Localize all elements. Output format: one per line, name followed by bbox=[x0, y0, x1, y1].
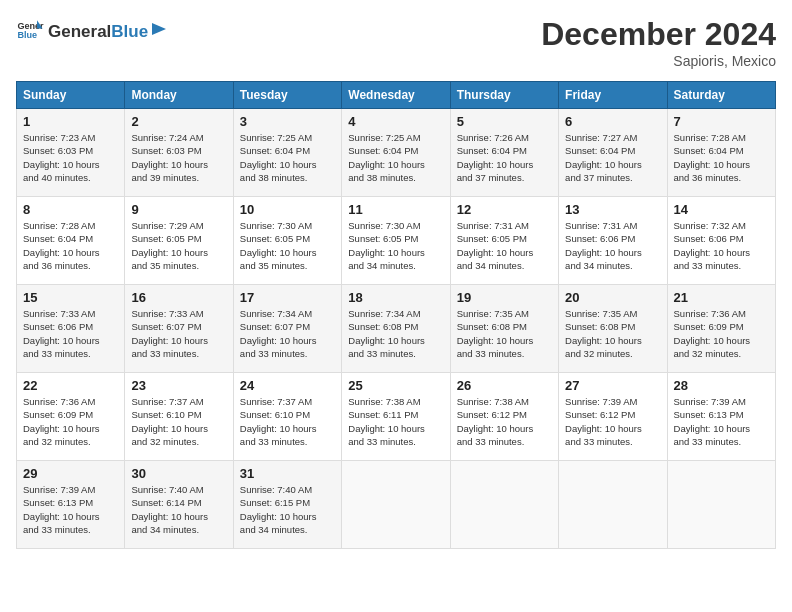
day-number: 2 bbox=[131, 114, 226, 129]
title-area: December 2024 Sapioris, Mexico bbox=[541, 16, 776, 69]
day-cell-29: 29Sunrise: 7:39 AMSunset: 6:13 PMDayligh… bbox=[17, 461, 125, 549]
day-cell-14: 14Sunrise: 7:32 AMSunset: 6:06 PMDayligh… bbox=[667, 197, 775, 285]
calendar-week-0: 1Sunrise: 7:23 AMSunset: 6:03 PMDaylight… bbox=[17, 109, 776, 197]
weekday-header-friday: Friday bbox=[559, 82, 667, 109]
day-number: 9 bbox=[131, 202, 226, 217]
day-number: 1 bbox=[23, 114, 118, 129]
day-number: 3 bbox=[240, 114, 335, 129]
day-info: Sunrise: 7:28 AMSunset: 6:04 PMDaylight:… bbox=[23, 219, 118, 272]
day-info: Sunrise: 7:34 AMSunset: 6:07 PMDaylight:… bbox=[240, 307, 335, 360]
weekday-header-saturday: Saturday bbox=[667, 82, 775, 109]
svg-marker-3 bbox=[152, 23, 166, 35]
logo: General Blue GeneralBlue bbox=[16, 16, 168, 44]
day-number: 25 bbox=[348, 378, 443, 393]
page-header: General Blue GeneralBlue December 2024 S… bbox=[16, 16, 776, 69]
day-number: 21 bbox=[674, 290, 769, 305]
day-cell-27: 27Sunrise: 7:39 AMSunset: 6:12 PMDayligh… bbox=[559, 373, 667, 461]
day-info: Sunrise: 7:40 AMSunset: 6:15 PMDaylight:… bbox=[240, 483, 335, 536]
day-number: 14 bbox=[674, 202, 769, 217]
day-info: Sunrise: 7:23 AMSunset: 6:03 PMDaylight:… bbox=[23, 131, 118, 184]
day-info: Sunrise: 7:29 AMSunset: 6:05 PMDaylight:… bbox=[131, 219, 226, 272]
day-cell-10: 10Sunrise: 7:30 AMSunset: 6:05 PMDayligh… bbox=[233, 197, 341, 285]
day-cell-30: 30Sunrise: 7:40 AMSunset: 6:14 PMDayligh… bbox=[125, 461, 233, 549]
day-number: 23 bbox=[131, 378, 226, 393]
day-cell-3: 3Sunrise: 7:25 AMSunset: 6:04 PMDaylight… bbox=[233, 109, 341, 197]
day-info: Sunrise: 7:36 AMSunset: 6:09 PMDaylight:… bbox=[674, 307, 769, 360]
day-number: 17 bbox=[240, 290, 335, 305]
day-cell-21: 21Sunrise: 7:36 AMSunset: 6:09 PMDayligh… bbox=[667, 285, 775, 373]
day-cell-8: 8Sunrise: 7:28 AMSunset: 6:04 PMDaylight… bbox=[17, 197, 125, 285]
weekday-header-tuesday: Tuesday bbox=[233, 82, 341, 109]
day-number: 8 bbox=[23, 202, 118, 217]
calendar-week-3: 22Sunrise: 7:36 AMSunset: 6:09 PMDayligh… bbox=[17, 373, 776, 461]
day-cell-25: 25Sunrise: 7:38 AMSunset: 6:11 PMDayligh… bbox=[342, 373, 450, 461]
day-cell-22: 22Sunrise: 7:36 AMSunset: 6:09 PMDayligh… bbox=[17, 373, 125, 461]
day-number: 7 bbox=[674, 114, 769, 129]
day-info: Sunrise: 7:36 AMSunset: 6:09 PMDaylight:… bbox=[23, 395, 118, 448]
day-number: 26 bbox=[457, 378, 552, 393]
empty-cell bbox=[667, 461, 775, 549]
day-info: Sunrise: 7:33 AMSunset: 6:07 PMDaylight:… bbox=[131, 307, 226, 360]
day-info: Sunrise: 7:24 AMSunset: 6:03 PMDaylight:… bbox=[131, 131, 226, 184]
logo-blue-text: Blue bbox=[111, 22, 148, 42]
day-cell-18: 18Sunrise: 7:34 AMSunset: 6:08 PMDayligh… bbox=[342, 285, 450, 373]
day-info: Sunrise: 7:38 AMSunset: 6:12 PMDaylight:… bbox=[457, 395, 552, 448]
day-cell-5: 5Sunrise: 7:26 AMSunset: 6:04 PMDaylight… bbox=[450, 109, 558, 197]
day-info: Sunrise: 7:27 AMSunset: 6:04 PMDaylight:… bbox=[565, 131, 660, 184]
day-number: 16 bbox=[131, 290, 226, 305]
day-cell-4: 4Sunrise: 7:25 AMSunset: 6:04 PMDaylight… bbox=[342, 109, 450, 197]
day-cell-17: 17Sunrise: 7:34 AMSunset: 6:07 PMDayligh… bbox=[233, 285, 341, 373]
day-number: 4 bbox=[348, 114, 443, 129]
weekday-header-row: SundayMondayTuesdayWednesdayThursdayFrid… bbox=[17, 82, 776, 109]
day-number: 29 bbox=[23, 466, 118, 481]
day-number: 22 bbox=[23, 378, 118, 393]
logo-general-text: General bbox=[48, 22, 111, 42]
logo-icon: General Blue bbox=[16, 16, 44, 44]
day-number: 15 bbox=[23, 290, 118, 305]
day-cell-2: 2Sunrise: 7:24 AMSunset: 6:03 PMDaylight… bbox=[125, 109, 233, 197]
day-number: 19 bbox=[457, 290, 552, 305]
weekday-header-thursday: Thursday bbox=[450, 82, 558, 109]
day-cell-19: 19Sunrise: 7:35 AMSunset: 6:08 PMDayligh… bbox=[450, 285, 558, 373]
day-cell-31: 31Sunrise: 7:40 AMSunset: 6:15 PMDayligh… bbox=[233, 461, 341, 549]
day-number: 27 bbox=[565, 378, 660, 393]
day-cell-13: 13Sunrise: 7:31 AMSunset: 6:06 PMDayligh… bbox=[559, 197, 667, 285]
empty-cell bbox=[342, 461, 450, 549]
empty-cell bbox=[559, 461, 667, 549]
day-number: 31 bbox=[240, 466, 335, 481]
day-cell-26: 26Sunrise: 7:38 AMSunset: 6:12 PMDayligh… bbox=[450, 373, 558, 461]
day-info: Sunrise: 7:25 AMSunset: 6:04 PMDaylight:… bbox=[348, 131, 443, 184]
day-cell-12: 12Sunrise: 7:31 AMSunset: 6:05 PMDayligh… bbox=[450, 197, 558, 285]
day-cell-11: 11Sunrise: 7:30 AMSunset: 6:05 PMDayligh… bbox=[342, 197, 450, 285]
day-number: 24 bbox=[240, 378, 335, 393]
day-cell-9: 9Sunrise: 7:29 AMSunset: 6:05 PMDaylight… bbox=[125, 197, 233, 285]
month-title: December 2024 bbox=[541, 16, 776, 53]
day-number: 6 bbox=[565, 114, 660, 129]
day-number: 12 bbox=[457, 202, 552, 217]
day-info: Sunrise: 7:35 AMSunset: 6:08 PMDaylight:… bbox=[565, 307, 660, 360]
day-info: Sunrise: 7:39 AMSunset: 6:12 PMDaylight:… bbox=[565, 395, 660, 448]
day-number: 28 bbox=[674, 378, 769, 393]
day-info: Sunrise: 7:28 AMSunset: 6:04 PMDaylight:… bbox=[674, 131, 769, 184]
day-cell-28: 28Sunrise: 7:39 AMSunset: 6:13 PMDayligh… bbox=[667, 373, 775, 461]
day-info: Sunrise: 7:31 AMSunset: 6:05 PMDaylight:… bbox=[457, 219, 552, 272]
day-number: 5 bbox=[457, 114, 552, 129]
calendar-week-1: 8Sunrise: 7:28 AMSunset: 6:04 PMDaylight… bbox=[17, 197, 776, 285]
day-info: Sunrise: 7:40 AMSunset: 6:14 PMDaylight:… bbox=[131, 483, 226, 536]
svg-text:Blue: Blue bbox=[17, 30, 37, 40]
day-cell-7: 7Sunrise: 7:28 AMSunset: 6:04 PMDaylight… bbox=[667, 109, 775, 197]
day-info: Sunrise: 7:38 AMSunset: 6:11 PMDaylight:… bbox=[348, 395, 443, 448]
day-info: Sunrise: 7:37 AMSunset: 6:10 PMDaylight:… bbox=[240, 395, 335, 448]
logo-arrow-icon bbox=[150, 19, 168, 37]
day-info: Sunrise: 7:37 AMSunset: 6:10 PMDaylight:… bbox=[131, 395, 226, 448]
weekday-header-sunday: Sunday bbox=[17, 82, 125, 109]
day-cell-24: 24Sunrise: 7:37 AMSunset: 6:10 PMDayligh… bbox=[233, 373, 341, 461]
day-info: Sunrise: 7:25 AMSunset: 6:04 PMDaylight:… bbox=[240, 131, 335, 184]
day-number: 18 bbox=[348, 290, 443, 305]
empty-cell bbox=[450, 461, 558, 549]
day-info: Sunrise: 7:39 AMSunset: 6:13 PMDaylight:… bbox=[23, 483, 118, 536]
location-subtitle: Sapioris, Mexico bbox=[541, 53, 776, 69]
day-cell-16: 16Sunrise: 7:33 AMSunset: 6:07 PMDayligh… bbox=[125, 285, 233, 373]
day-info: Sunrise: 7:31 AMSunset: 6:06 PMDaylight:… bbox=[565, 219, 660, 272]
day-number: 20 bbox=[565, 290, 660, 305]
